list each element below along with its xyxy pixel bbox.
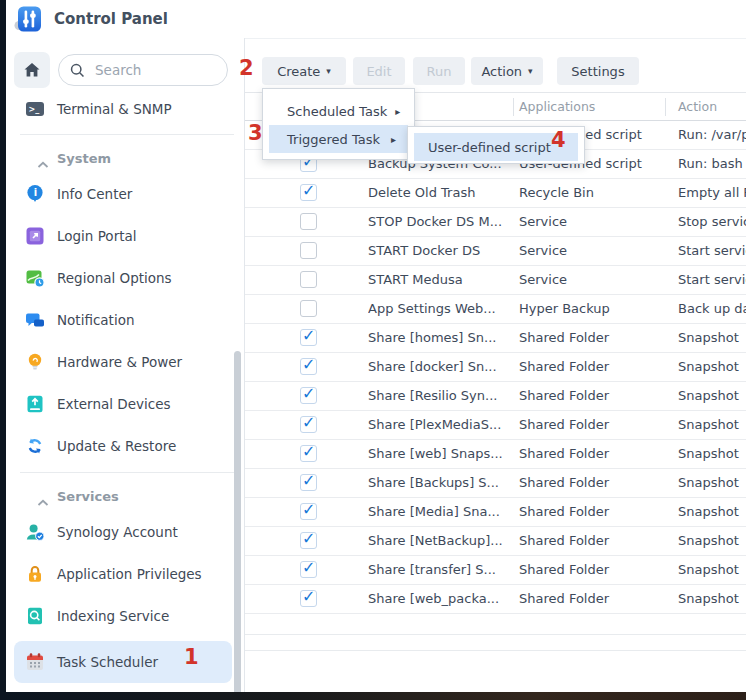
task-name-cell: Share [web_packa... bbox=[368, 585, 514, 613]
table-row[interactable]: Delete Old Trash Recycle Bin Empty all R bbox=[245, 179, 746, 208]
table-row[interactable]: App Settings Web... Hyper Backup Back up… bbox=[245, 295, 746, 324]
table-row[interactable]: Share [NetBackup]... Shared Folder Snaps… bbox=[245, 527, 746, 556]
task-name-cell: Delete Old Trash bbox=[368, 179, 514, 207]
settings-button[interactable]: Settings bbox=[557, 57, 639, 85]
table-row[interactable]: Share [web] Snaps... Shared Folder Snaps… bbox=[245, 440, 746, 469]
application-cell: Shared Folder bbox=[519, 498, 669, 526]
chevron-up-icon bbox=[37, 154, 49, 162]
table-row[interactable]: START Medusa Service Start servic bbox=[245, 266, 746, 295]
action-cell: Empty all R bbox=[678, 179, 746, 207]
column-header-action[interactable]: Action bbox=[678, 93, 717, 120]
action-cell: Snapshot bbox=[678, 411, 746, 439]
application-cell: Shared Folder bbox=[519, 585, 669, 613]
action-cell: Run: bash / bbox=[678, 150, 746, 178]
search-box[interactable] bbox=[58, 54, 228, 86]
sidebar-divider bbox=[20, 472, 234, 473]
sidebar-item-info-center[interactable]: i Info Center bbox=[6, 173, 244, 215]
row-checkbox[interactable] bbox=[300, 213, 317, 230]
table-endline bbox=[245, 650, 746, 651]
table-row[interactable]: Share [docker] Sn... Shared Folder Snaps… bbox=[245, 353, 746, 382]
sidebar-group-services[interactable]: Services bbox=[6, 481, 244, 511]
table-row[interactable]: Share [Resilio Syn... Shared Folder Snap… bbox=[245, 382, 746, 411]
row-checkbox[interactable] bbox=[300, 387, 317, 404]
create-button[interactable]: Create▾ bbox=[262, 57, 346, 85]
sidebar-item-hardware-power[interactable]: Hardware & Power bbox=[6, 341, 244, 383]
search-input[interactable] bbox=[93, 61, 217, 79]
external-devices-icon bbox=[25, 394, 45, 414]
sidebar-item-login-portal[interactable]: Login Portal bbox=[6, 215, 244, 257]
table-row[interactable]: Share [Backups] S... Shared Folder Snaps… bbox=[245, 469, 746, 498]
terminal-icon: >_ bbox=[25, 99, 45, 119]
toolbar: Create▾EditRunAction▾Settings bbox=[262, 57, 639, 85]
sidebar-item-task-scheduler[interactable]: Task Scheduler bbox=[14, 641, 232, 683]
row-checkbox[interactable] bbox=[300, 445, 317, 462]
table-row[interactable]: Share [web_packa... Shared Folder Snapsh… bbox=[245, 585, 746, 614]
application-privileges-icon bbox=[25, 564, 45, 584]
row-checkbox[interactable] bbox=[300, 358, 317, 375]
action-cell: Snapshot bbox=[678, 498, 746, 526]
indexing-service-icon bbox=[25, 606, 45, 626]
action-button[interactable]: Action▾ bbox=[471, 57, 543, 85]
annotation-4: 4 bbox=[551, 129, 566, 151]
table-row[interactable]: Share [PlexMediaS... Shared Folder Snaps… bbox=[245, 411, 746, 440]
row-checkbox[interactable] bbox=[300, 561, 317, 578]
application-cell: Shared Folder bbox=[519, 440, 669, 468]
action-cell: Snapshot bbox=[678, 440, 746, 468]
action-cell: Snapshot bbox=[678, 382, 746, 410]
notification-icon bbox=[25, 310, 45, 330]
svg-text:i: i bbox=[34, 187, 37, 198]
sidebar-scrollbar-thumb[interactable] bbox=[234, 351, 241, 692]
task-table: User-defined script Run: /var/p Backup S… bbox=[245, 121, 746, 614]
hardware-power-icon bbox=[25, 352, 45, 372]
menu-item-scheduled-task[interactable]: Scheduled Task ▸ bbox=[269, 97, 408, 125]
sidebar-item-notification[interactable]: Notification bbox=[6, 299, 244, 341]
application-cell: Hyper Backup bbox=[519, 295, 669, 323]
annotation-2: 2 bbox=[239, 57, 254, 79]
column-header-applications[interactable]: Applications bbox=[519, 93, 595, 120]
table-row[interactable]: Share [homes] Sn... Shared Folder Snapsh… bbox=[245, 324, 746, 353]
row-checkbox[interactable] bbox=[300, 271, 317, 288]
column-separator[interactable] bbox=[665, 98, 666, 116]
task-name-cell: Share [NetBackup]... bbox=[368, 527, 514, 555]
sidebar-item-indexing-service[interactable]: Indexing Service bbox=[6, 595, 244, 637]
row-checkbox[interactable] bbox=[300, 503, 317, 520]
run-button[interactable]: Run bbox=[413, 57, 465, 85]
row-checkbox[interactable] bbox=[300, 532, 317, 549]
table-row[interactable]: STOP Docker DS M... Service Stop servic bbox=[245, 208, 746, 237]
edit-button[interactable]: Edit bbox=[353, 57, 405, 85]
sidebar-item-terminal-snmp[interactable]: >_ Terminal & SNMP bbox=[6, 88, 244, 129]
action-cell: Run: /var/p bbox=[678, 121, 746, 149]
row-checkbox[interactable] bbox=[300, 329, 317, 346]
sidebar-item-application-privileges[interactable]: Application Privileges bbox=[6, 553, 244, 595]
menu-item-triggered-task[interactable]: Triggered Task ▸ bbox=[269, 125, 408, 153]
row-checkbox[interactable] bbox=[300, 416, 317, 433]
submenu-arrow-icon: ▸ bbox=[391, 134, 396, 145]
sidebar-item-external-devices[interactable]: External Devices bbox=[6, 383, 244, 425]
annotation-1: 1 bbox=[184, 646, 199, 668]
row-checkbox[interactable] bbox=[300, 474, 317, 491]
chevron-up-icon bbox=[37, 492, 49, 500]
row-checkbox[interactable] bbox=[300, 242, 317, 259]
annotation-3: 3 bbox=[248, 122, 263, 144]
row-checkbox[interactable] bbox=[300, 184, 317, 201]
sidebar-item-update-restore[interactable]: Update & Restore bbox=[6, 425, 244, 467]
row-checkbox[interactable] bbox=[300, 590, 317, 607]
application-cell: Shared Folder bbox=[519, 556, 669, 584]
sidebar-item-regional-options[interactable]: Regional Options bbox=[6, 257, 244, 299]
task-scheduler-icon bbox=[25, 652, 45, 672]
application-cell: Shared Folder bbox=[519, 382, 669, 410]
task-name-cell: Share [transfer] S... bbox=[368, 556, 514, 584]
row-checkbox[interactable] bbox=[300, 300, 317, 317]
column-separator[interactable] bbox=[513, 98, 514, 116]
action-cell: Start servic bbox=[678, 237, 746, 265]
login-portal-icon bbox=[25, 226, 45, 246]
table-row[interactable]: START Docker DS Service Start servic bbox=[245, 237, 746, 266]
task-name-cell: START Medusa bbox=[368, 266, 514, 294]
task-name-cell: Share [homes] Sn... bbox=[368, 324, 514, 352]
table-row[interactable]: Share [transfer] S... Shared Folder Snap… bbox=[245, 556, 746, 585]
sidebar-group-system[interactable]: System bbox=[6, 143, 244, 173]
info-center-icon: i bbox=[25, 184, 45, 204]
sidebar-item-synology-account[interactable]: Synology Account bbox=[6, 511, 244, 553]
home-button[interactable] bbox=[14, 52, 50, 88]
table-row[interactable]: Share [Media] Sna... Shared Folder Snaps… bbox=[245, 498, 746, 527]
